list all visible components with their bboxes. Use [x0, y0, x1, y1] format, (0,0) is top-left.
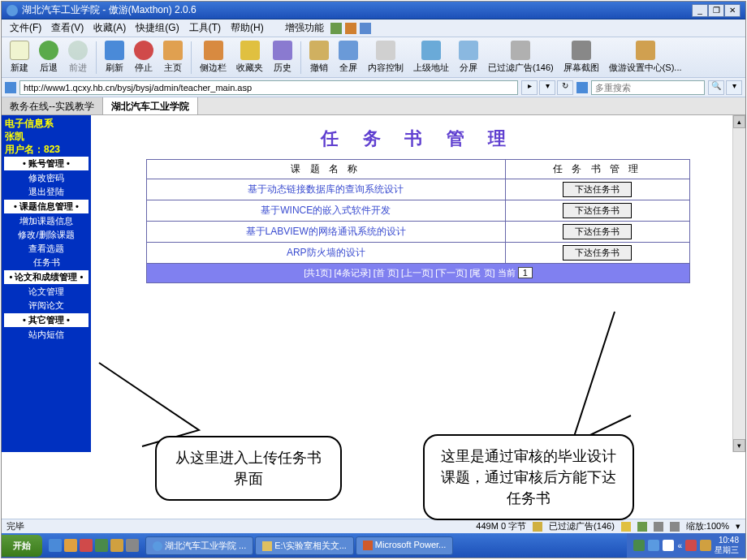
table-row: ARP防火墙的设计 下达任务书	[147, 243, 690, 264]
tab-jiaowu[interactable]: 教务在线--实践教学	[2, 97, 103, 114]
topic-link[interactable]: 基于LABVIEW的网络通讯系统的设计	[246, 226, 406, 237]
link-taskbook[interactable]: 任务书	[2, 256, 91, 269]
home-button[interactable]: 主页	[158, 39, 188, 75]
scroll-down-icon[interactable]: ▾	[733, 439, 745, 452]
gear-icon[interactable]	[654, 522, 663, 532]
menu-file[interactable]: 文件(F)	[6, 20, 45, 36]
table-row: 基于LABVIEW的网络通讯系统的设计 下达任务书	[147, 222, 690, 243]
menu-favorites[interactable]: 收藏(A)	[90, 20, 129, 36]
link-internal-msg[interactable]: 站内短信	[2, 328, 91, 342]
enhance-icon-3[interactable]	[360, 23, 371, 34]
history-button[interactable]: 历史	[268, 39, 297, 75]
status-adfilter[interactable]: 已过滤广告(146)	[549, 520, 615, 532]
stop-button[interactable]: 停止	[129, 39, 158, 75]
link-view-selection[interactable]: 查看选题	[2, 242, 91, 256]
link-change-password[interactable]: 修改密码	[2, 171, 91, 185]
favorites-button[interactable]: 收藏夹	[231, 39, 268, 75]
sidebar-button[interactable]: 侧边栏	[195, 39, 231, 75]
scroll-up-icon[interactable]: ▴	[733, 115, 745, 128]
assign-task-button[interactable]: 下达任务书	[563, 203, 632, 218]
search-input[interactable]	[591, 80, 705, 95]
close-button[interactable]: ✕	[724, 4, 741, 17]
link-review-paper[interactable]: 评阅论文	[2, 299, 91, 312]
lightning-icon[interactable]	[621, 522, 631, 532]
tray-ime-icon[interactable]	[633, 540, 645, 551]
screenshot-button[interactable]: 屏幕截图	[559, 39, 604, 75]
tab-hbqcxy[interactable]: 湖北汽车工业学院	[103, 97, 198, 114]
table-row: 基于动态链接数据库的查询系统设计 下达任务书	[147, 179, 690, 200]
toolbar: 新建 后退 前进 刷新 停止 主页 侧边栏 收藏夹 历史 撤销 全屏 内容控制 …	[2, 37, 745, 78]
start-button[interactable]: 开始	[2, 535, 42, 557]
sidebar-dept: 电子信息系	[2, 117, 91, 130]
enhance-icon-2[interactable]	[345, 23, 356, 34]
content-control-button[interactable]: 内容控制	[363, 39, 408, 75]
pager-current[interactable]: 1	[518, 267, 533, 278]
desktop-icon[interactable]	[64, 539, 77, 552]
tray-shield-icon[interactable]	[685, 540, 697, 551]
app-icon-2[interactable]	[95, 539, 108, 552]
assign-task-button[interactable]: 下达任务书	[563, 182, 632, 197]
app-icon-4[interactable]	[126, 539, 139, 552]
vertical-scrollbar[interactable]: ▴ ▾	[732, 115, 745, 452]
task-explorer[interactable]: E:\实验室相关文...	[255, 536, 354, 555]
adfilter-button[interactable]: 已过滤广告(146)	[483, 39, 559, 75]
tray-expand-icon[interactable]: «	[677, 541, 682, 550]
link-logout[interactable]: 退出登陆	[2, 185, 91, 199]
menu-view[interactable]: 查看(V)	[48, 20, 87, 36]
menu-help[interactable]: 帮助(H)	[227, 20, 267, 36]
search-dropdown[interactable]: ▾	[726, 80, 742, 95]
menu-quickgroup[interactable]: 快捷组(G)	[132, 20, 182, 36]
table-row: 基于WINCE的嵌入式软件开发 下达任务书	[147, 200, 690, 222]
tray-sound-icon[interactable]	[700, 540, 711, 551]
link-modify-topic[interactable]: 修改/删除课题	[2, 228, 91, 242]
app-icon-1[interactable]	[80, 539, 93, 552]
addr-restore[interactable]: ↻	[557, 80, 573, 95]
shield-icon[interactable]	[637, 522, 647, 532]
app-icon-3[interactable]	[110, 539, 123, 552]
tray-maxthon-icon[interactable]	[648, 540, 659, 551]
addr-dropdown[interactable]: ▾	[539, 80, 555, 95]
restore-button[interactable]: ❐	[708, 4, 724, 17]
menu-enhance[interactable]: 增强功能	[282, 20, 327, 36]
task-maxthon[interactable]: 湖北汽车工业学院 ...	[145, 536, 253, 555]
url-input[interactable]	[19, 80, 518, 95]
super-address-button[interactable]: 上级地址	[408, 39, 454, 75]
status-text: 完毕	[6, 520, 24, 532]
forward-button[interactable]: 前进	[63, 39, 93, 75]
undo-button[interactable]: 撤销	[304, 39, 334, 75]
enhance-icon[interactable]	[330, 23, 342, 34]
assign-task-button[interactable]: 下达任务书	[563, 224, 632, 239]
task-powerpoint[interactable]: Microsoft Power...	[356, 536, 453, 555]
link-paper-mgr[interactable]: 论文管理	[2, 285, 91, 299]
window-title: 湖北汽车工业学院 - 傲游(Maxthon) 2.0.6	[22, 3, 692, 17]
back-button[interactable]: 后退	[34, 39, 63, 75]
section-paper: • 论文和成绩管理 •	[4, 270, 89, 284]
clock[interactable]: 10:48 星期三	[715, 536, 739, 555]
link-add-topic[interactable]: 增加课题信息	[2, 214, 91, 228]
task-table: 课 题 名 称 任 务 书 管 理 基于动态链接数据库的查询系统设计 下达任务书…	[146, 159, 690, 283]
topic-link[interactable]: 基于动态链接数据库的查询系统设计	[248, 183, 404, 195]
minimize-button[interactable]: _	[692, 4, 708, 17]
settings-button[interactable]: 傲游设置中心(S)...	[604, 39, 687, 75]
sidebar: 电子信息系 张凯 用户名：823 • 账号管理 • 修改密码 退出登陆 • 课题…	[2, 115, 91, 452]
menu-tools[interactable]: 工具(T)	[186, 20, 224, 36]
go-button[interactable]: ▸	[521, 80, 538, 95]
pager-row: [共1页] [4条记录] [首 页] [上一页] [下一页] [尾 页] 当前 …	[147, 264, 690, 283]
status-bar: 完毕 449M 0 字节 已过滤广告(146) 缩放:100% ▾	[2, 519, 745, 533]
assign-task-button[interactable]: 下达任务书	[563, 245, 632, 261]
split-button[interactable]: 分屏	[454, 39, 483, 75]
quick-launch	[42, 539, 145, 552]
refresh-button[interactable]: 刷新	[100, 39, 129, 75]
status-zoom[interactable]: 缩放:100%	[686, 520, 729, 532]
topic-link[interactable]: 基于WINCE的嵌入式软件开发	[261, 205, 391, 216]
ie-icon[interactable]	[49, 539, 62, 552]
topic-link[interactable]: ARP防火墙的设计	[287, 247, 365, 258]
popup-icon[interactable]	[670, 522, 680, 532]
search-go[interactable]: 🔍	[708, 80, 724, 95]
pager[interactable]: [共1页] [4条记录] [首 页] [上一页] [下一页] [尾 页] 当前 …	[147, 264, 690, 283]
search-icon[interactable]	[576, 82, 588, 93]
fullscreen-button[interactable]: 全屏	[334, 39, 363, 75]
new-button[interactable]: 新建	[5, 39, 34, 75]
tray-icon-3[interactable]	[663, 540, 674, 551]
zoom-dropdown-icon[interactable]: ▾	[736, 521, 741, 532]
